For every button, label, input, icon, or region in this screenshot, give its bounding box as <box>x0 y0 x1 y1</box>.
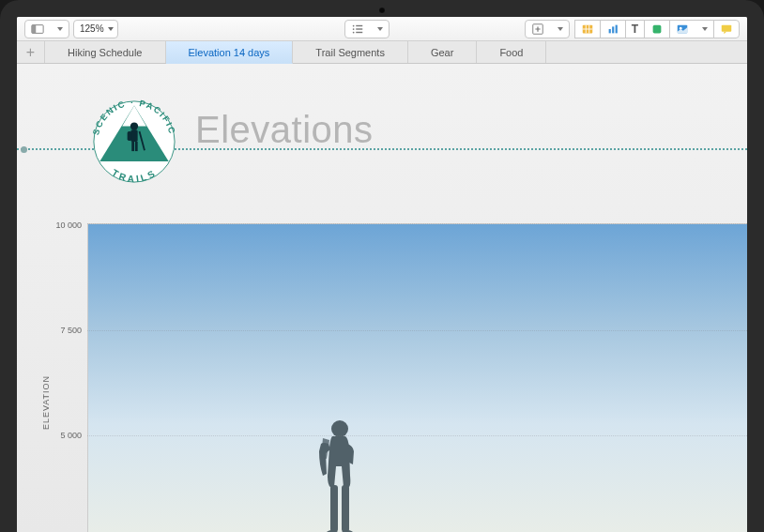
zoom-select[interactable]: 125% <box>73 20 118 38</box>
toolbar-right: T <box>525 20 740 38</box>
svg-point-25 <box>130 122 138 129</box>
sidebar-icon <box>31 23 44 36</box>
svg-rect-21 <box>722 24 732 31</box>
insert-table-button[interactable] <box>574 20 601 38</box>
svg-rect-16 <box>612 26 614 33</box>
svg-rect-5 <box>356 28 362 29</box>
toolbar: 125% <box>17 17 747 41</box>
grid-line <box>87 223 747 224</box>
table-icon <box>581 23 594 36</box>
tab-gear[interactable]: Gear <box>408 41 477 63</box>
title-marker-dot <box>21 146 27 153</box>
list-style-button[interactable] <box>344 20 390 38</box>
sheet-canvas[interactable]: Elevations <box>17 64 747 532</box>
camera-dot <box>379 8 385 13</box>
tab-elevation-14-days[interactable]: Elevation 14 days <box>166 41 294 64</box>
y-tick-label: 10 000 <box>55 220 82 230</box>
grid-line <box>87 330 747 331</box>
plus-box-icon <box>531 23 544 36</box>
svg-rect-28 <box>131 142 134 151</box>
elevation-chart[interactable] <box>87 223 747 532</box>
view-mode-button[interactable] <box>24 20 69 38</box>
sheet-tabs: + Hiking Schedule Elevation 14 days Trai… <box>17 41 747 64</box>
y-tick-label: 5 000 <box>60 431 82 440</box>
tab-label: Gear <box>431 47 453 58</box>
chart-icon <box>606 23 619 36</box>
zoom-value: 125% <box>80 23 104 34</box>
svg-rect-27 <box>128 131 132 141</box>
add-sheet-button[interactable]: + <box>17 41 45 63</box>
svg-rect-26 <box>130 129 137 142</box>
svg-rect-7 <box>356 31 362 32</box>
hiker-background-image <box>295 410 379 532</box>
tab-label: Hiking Schedule <box>68 47 143 58</box>
insert-media-button[interactable] <box>669 20 714 38</box>
insert-button[interactable] <box>525 20 570 38</box>
tab-food[interactable]: Food <box>477 41 546 63</box>
insert-text-button[interactable]: T <box>625 20 645 38</box>
svg-rect-1 <box>32 24 36 33</box>
tab-hiking-schedule[interactable]: Hiking Schedule <box>45 41 166 63</box>
svg-rect-35 <box>342 485 349 532</box>
svg-point-6 <box>352 31 354 33</box>
chevron-down-icon <box>558 27 563 31</box>
chevron-down-icon <box>702 27 708 31</box>
text-icon: T <box>632 23 638 36</box>
media-icon <box>676 23 689 36</box>
svg-rect-15 <box>608 29 610 33</box>
tab-trail-segments[interactable]: Trail Segments <box>293 41 408 63</box>
scenic-pacific-trails-logo: SCENIC · PACIFIC TRAILS <box>83 90 186 193</box>
y-axis: 10 000 7 500 5 000 ELEVATION <box>17 223 87 532</box>
laptop-frame: 125% <box>0 0 764 532</box>
chevron-down-icon <box>377 27 383 31</box>
page-title: Elevations <box>195 109 374 151</box>
chevron-down-icon <box>57 27 63 31</box>
svg-point-2 <box>352 24 354 26</box>
list-icon <box>351 23 364 36</box>
toolbar-mid <box>344 20 390 38</box>
y-tick-label: 7 500 <box>60 326 82 335</box>
svg-rect-29 <box>135 142 138 151</box>
svg-rect-34 <box>330 485 338 532</box>
insert-comment-button[interactable] <box>713 20 740 38</box>
tab-label: Food <box>499 47 523 58</box>
tab-label: Elevation 14 days <box>189 47 270 58</box>
svg-rect-3 <box>356 24 362 25</box>
comment-icon <box>720 23 733 36</box>
insert-shape-button[interactable] <box>644 20 670 38</box>
tab-label: Trail Segments <box>315 47 385 58</box>
shape-icon <box>650 23 664 36</box>
insert-chart-button[interactable] <box>600 20 626 38</box>
plus-icon: + <box>26 44 35 61</box>
y-axis-title: ELEVATION <box>41 375 51 430</box>
svg-point-4 <box>352 28 354 30</box>
svg-rect-18 <box>653 24 662 33</box>
app-window: 125% <box>17 17 747 532</box>
svg-rect-17 <box>615 24 617 33</box>
grid-line <box>87 435 747 436</box>
toolbar-left: 125% <box>24 20 118 38</box>
